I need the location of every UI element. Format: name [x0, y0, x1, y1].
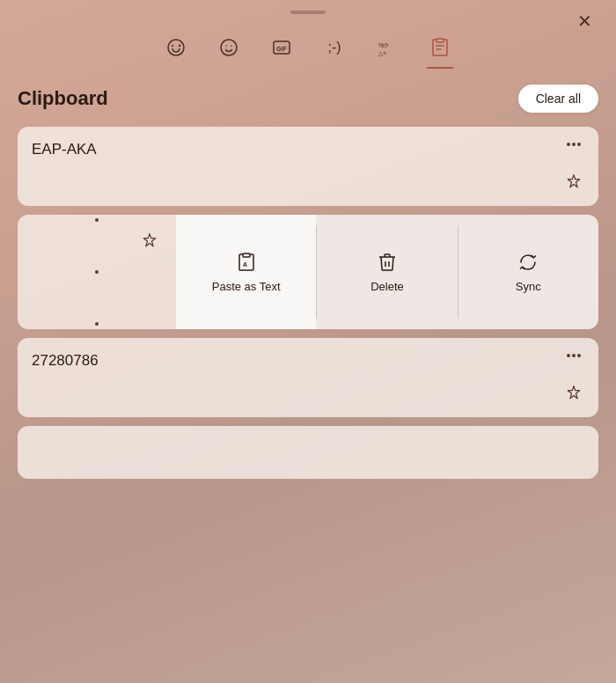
sync-label: Sync [516, 280, 541, 293]
paste-as-text-label: Paste as Text [212, 280, 281, 293]
svg-text:%⟳: %⟳ [378, 42, 389, 48]
dot [95, 218, 99, 222]
sync-icon [517, 252, 539, 273]
svg-text:A: A [243, 261, 247, 268]
drag-handle-area: ✕ [0, 0, 616, 21]
delete-label: Delete [370, 280, 404, 293]
card-1-more-button[interactable] [561, 139, 586, 150]
card-3-more-button[interactable] [561, 350, 586, 361]
svg-rect-7 [436, 39, 444, 42]
clear-all-button[interactable]: Clear all [518, 84, 598, 113]
kaomoji-icon: ;-) [327, 40, 341, 55]
dot [95, 270, 99, 274]
card-1-text: EAP-AKA [32, 141, 132, 158]
svg-text:△+: △+ [378, 50, 386, 56]
paste-as-text-icon: A [236, 252, 257, 273]
clipboard-card-2: A Paste as Text [18, 215, 598, 329]
clipboard-card-3: 27280786 [18, 338, 598, 417]
paste-as-text-button[interactable]: A Paste as Text [176, 215, 316, 329]
context-menu: A Paste as Text [176, 215, 598, 329]
dot [572, 143, 576, 146]
clipboard-tab[interactable] [417, 28, 463, 67]
card-2-left [18, 215, 176, 329]
pin-icon [565, 385, 583, 402]
gif-tab[interactable]: GIF [259, 28, 304, 67]
sticker-icon [165, 37, 187, 58]
icon-toolbar: GIF ;-) %⟳ △+ [0, 21, 616, 67]
symbols-icon: %⟳ △+ [377, 37, 398, 58]
sync-button[interactable]: Sync [458, 215, 598, 329]
clipboard-icon [429, 37, 451, 58]
dot [567, 354, 570, 357]
drag-handle [290, 11, 326, 14]
emoji-icon [218, 37, 239, 58]
pin-icon [565, 173, 583, 191]
gif-icon: GIF [271, 37, 292, 58]
symbols-tab[interactable]: %⟳ △+ [364, 28, 410, 67]
dot [577, 354, 581, 357]
card-1-pin-button[interactable] [561, 170, 586, 197]
dot [567, 143, 570, 146]
dot [572, 354, 576, 357]
card-3-text: 27280786 [32, 352, 134, 369]
svg-point-2 [231, 45, 232, 47]
svg-rect-8 [243, 253, 250, 257]
dot [95, 322, 99, 326]
main-content: Clipboard Clear all EAP-AKA [0, 67, 616, 683]
delete-icon [377, 252, 398, 273]
clipboard-panel: ✕ [0, 0, 616, 683]
svg-text:GIF: GIF [276, 46, 287, 52]
clipboard-card-4 [18, 426, 598, 479]
card-2-more-button[interactable] [18, 215, 176, 329]
header-row: Clipboard Clear all [18, 84, 598, 113]
clipboard-card-1: EAP-AKA [18, 127, 598, 206]
svg-point-1 [225, 45, 227, 47]
kaomoji-tab[interactable]: ;-) [312, 28, 357, 67]
svg-point-0 [221, 40, 237, 55]
close-icon: ✕ [577, 12, 592, 30]
card-3-pin-button[interactable] [561, 381, 586, 408]
clipboard-title: Clipboard [18, 87, 108, 110]
delete-button[interactable]: Delete [317, 215, 457, 329]
dot [577, 143, 581, 146]
sticker-tab[interactable] [153, 28, 199, 67]
close-button[interactable]: ✕ [570, 7, 598, 35]
cards-container: EAP-AKA [18, 127, 598, 674]
emoji-tab[interactable] [206, 28, 252, 67]
